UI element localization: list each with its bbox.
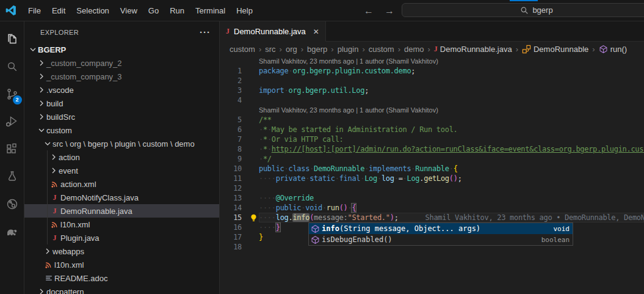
tree-item-custom-company-2[interactable]: _custom_company_2 — [24, 56, 220, 70]
diagnostics-circle-icon[interactable] — [0, 190, 24, 218]
tree-item-docpattern[interactable]: docpattern — [24, 285, 220, 294]
chevron-down-icon — [37, 125, 46, 135]
run-debug-icon[interactable] — [0, 108, 24, 135]
code-editor[interactable]: Shamil Vakhitov, 23 months ago | 1 autho… — [220, 56, 644, 294]
menu-help[interactable]: Help — [231, 0, 258, 21]
breadcrumb-label: DemoRunnable.java — [440, 45, 512, 54]
code-line-8[interactable]: 8·*·http://[host]:[port]/admin/run.do?ac… — [220, 144, 644, 154]
inline-blame-text: Shamil Vakhitov, 23 months ago • DemoRun… — [425, 213, 644, 222]
more-actions-icon[interactable]: ··· — [200, 27, 211, 37]
chevron-separator-icon: › — [398, 45, 400, 54]
suggestion-return-type: boolean — [541, 236, 570, 244]
menu-selection[interactable]: Selection — [71, 0, 114, 21]
suggestion-label: info(String message, Object... args) — [322, 224, 480, 233]
chevron-right-icon — [37, 112, 46, 122]
tree-item-demorunnable-java[interactable]: JDemoRunnable.java — [24, 204, 220, 218]
tab-label: DemoRunnable.java — [234, 27, 306, 36]
suggestion-isdebugenabled[interactable]: isDebugEnabled()boolean — [309, 234, 573, 245]
tree-item-readme-adoc[interactable]: README.adoc — [24, 271, 220, 285]
tree-item-vscode[interactable]: .vscode — [24, 83, 220, 97]
breadcrumb-label: custom — [369, 45, 394, 54]
code-line-11[interactable]: 11····private·static·final·Log·log·=·Log… — [220, 174, 644, 183]
nav-forward-icon[interactable]: → — [385, 6, 394, 17]
tree-item-custom-company-3[interactable]: _custom_company_3 — [24, 70, 220, 83]
tree-item-plugin-java[interactable]: JPlugin.java — [24, 231, 220, 244]
code-line-15[interactable]: 15····log.info(message:"Started.");Shami… — [220, 213, 644, 222]
tree-item-build[interactable]: build — [24, 97, 220, 110]
breadcrumb-label: DemoRunnable — [534, 45, 588, 54]
editor-group: J DemoRunnable.java ✕ custom›src›org›bge… — [220, 21, 644, 294]
tree-item-src-org-bgerp-plugin-custom-demo[interactable]: src \ org \ bgerp \ plugin \ custom \ de… — [24, 137, 220, 150]
chevron-right-icon — [37, 72, 46, 81]
code-line-12[interactable]: 12 — [220, 183, 644, 193]
tree-item-label: buildSrc — [46, 112, 75, 122]
breadcrumb-org[interactable]: org — [286, 45, 297, 54]
code-line-6[interactable]: 6·*·May be started in Administration / R… — [220, 125, 644, 134]
breadcrumb-plugin[interactable]: plugin — [338, 45, 359, 54]
chevron-right-icon — [49, 166, 59, 175]
code-line-10[interactable]: 10public·class·DemoRunnable·implements·R… — [220, 164, 644, 174]
code-line-2[interactable]: 2 — [220, 76, 644, 86]
code-line-14[interactable]: 14····public·void·run()·{ — [220, 203, 644, 213]
line-number — [220, 105, 249, 115]
breadcrumb-bgerp[interactable]: bgerp — [307, 45, 327, 54]
code-line-3[interactable]: 3import·org.bgerp.util.Log; — [220, 86, 644, 95]
source-control-icon[interactable]: 2 — [0, 80, 24, 108]
tree-item-bgerp[interactable]: BGERP — [24, 43, 220, 56]
menu-go[interactable]: Go — [143, 0, 164, 21]
lightbulb-icon[interactable] — [250, 214, 258, 222]
title-bar: FileEditSelectionViewGoRunTerminalHelp ←… — [0, 0, 644, 21]
tree-item-webapps[interactable]: webapps — [24, 244, 220, 258]
files-icon[interactable] — [0, 25, 24, 53]
tree-item-event[interactable]: event — [24, 164, 220, 177]
activity-bar: 2 — [0, 21, 24, 294]
breadcrumb-custom[interactable]: custom — [230, 45, 255, 54]
blame-annotation-row[interactable]: Shamil Vakhitov, 23 months ago | 1 autho… — [220, 56, 644, 66]
blame-annotation-row[interactable]: Shamil Vakhitov, 23 months ago | 1 autho… — [220, 105, 644, 115]
tree-item-label: DemoRunnable.java — [60, 207, 132, 216]
breadcrumb-src[interactable]: src — [265, 45, 275, 54]
breadcrumb-demo[interactable]: demo — [404, 45, 424, 54]
line-number: 14 — [220, 203, 249, 213]
tree-item-label: l10n.xml — [60, 220, 90, 229]
tree-item-action-xml[interactable]: action.xml — [24, 177, 220, 191]
menu-view[interactable]: View — [115, 0, 143, 21]
code-line-1[interactable]: 1package·org.bgerp.plugin.custom.demo; — [220, 66, 644, 76]
menu-terminal[interactable]: Terminal — [190, 0, 231, 21]
command-center-search[interactable]: bgerp — [402, 3, 644, 17]
nav-back-icon[interactable]: ← — [364, 6, 374, 17]
code-line-13[interactable]: 13····@Override — [220, 193, 644, 203]
tree-item-label: _custom_company_3 — [46, 72, 122, 81]
method-icon — [599, 45, 608, 54]
close-icon[interactable]: ✕ — [313, 28, 319, 36]
line-number: 17 — [220, 232, 249, 242]
breadcrumb-run[interactable]: run() — [599, 45, 627, 54]
chevron-right-icon — [37, 98, 46, 108]
tree-item-l10n-xml[interactable]: l10n.xml — [24, 218, 220, 231]
extensions-icon[interactable] — [0, 135, 24, 163]
java-icon: J — [434, 44, 438, 54]
breadcrumb-demorunnable[interactable]: DemoRunnable — [522, 45, 588, 54]
tree-item-label: webapps — [52, 247, 84, 256]
gradle-elephant-icon[interactable] — [0, 218, 24, 245]
breadcrumb-custom[interactable]: custom — [369, 45, 394, 54]
search-icon[interactable] — [0, 53, 24, 80]
blame-text: Shamil Vakhitov, 23 months ago | 1 autho… — [259, 57, 438, 65]
tree-item-demonotifyclass-java[interactable]: JDemoNotifyClass.java — [24, 191, 220, 204]
menu-edit[interactable]: Edit — [46, 0, 71, 21]
tab-demorunnable-java[interactable]: J DemoRunnable.java ✕ — [220, 21, 326, 42]
tree-item-l10n-xml[interactable]: l10n.xml — [24, 258, 220, 271]
code-line-5[interactable]: 5/** — [220, 115, 644, 125]
suggestion-info[interactable]: info(String message, Object... args)void — [309, 223, 573, 234]
testing-flask-icon[interactable] — [0, 163, 24, 190]
tree-item-custom[interactable]: custom — [24, 123, 220, 137]
code-line-7[interactable]: 7·*·Or via HTTP call: — [220, 134, 644, 144]
tree-item-buildsrc[interactable]: buildSrc — [24, 110, 220, 123]
tree-item-action[interactable]: action — [24, 150, 220, 164]
code-line-4[interactable]: 4 — [220, 95, 644, 105]
menu-file[interactable]: File — [23, 0, 46, 21]
chevron-down-icon — [43, 139, 52, 149]
code-line-9[interactable]: 9·*/ — [220, 154, 644, 164]
menu-run[interactable]: Run — [164, 0, 190, 21]
breadcrumb-demorunnable-java[interactable]: JDemoRunnable.java — [434, 44, 512, 54]
